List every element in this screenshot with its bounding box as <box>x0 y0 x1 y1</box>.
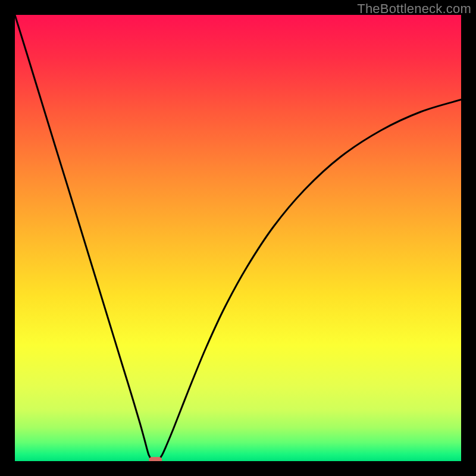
minimum-marker <box>149 457 162 461</box>
watermark-text: TheBottleneck.com <box>357 1 471 17</box>
chart-frame: TheBottleneck.com <box>0 0 476 476</box>
gradient-background <box>15 15 461 461</box>
plot-area <box>15 15 461 461</box>
chart-svg <box>15 15 461 461</box>
